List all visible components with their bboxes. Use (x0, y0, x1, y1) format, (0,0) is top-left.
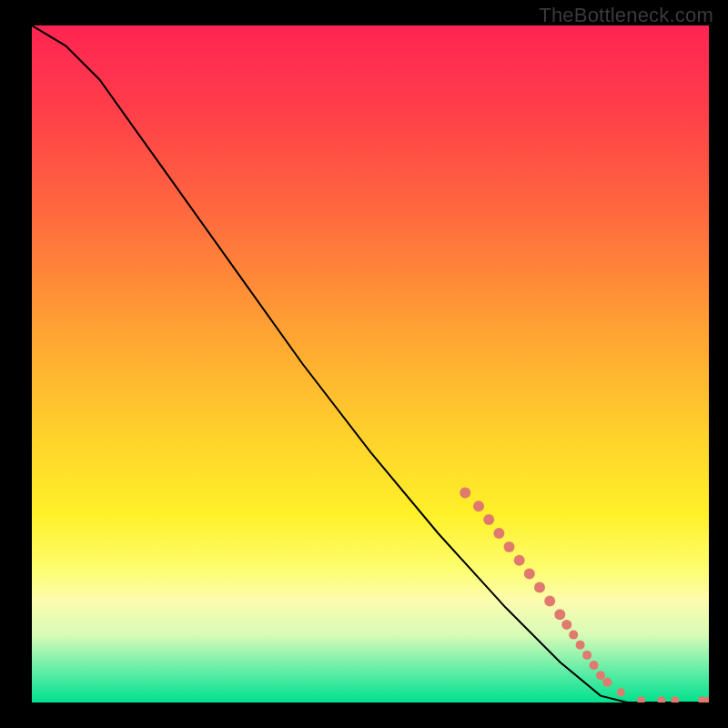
data-marker (657, 696, 665, 703)
data-marker (554, 609, 565, 620)
data-marker (582, 651, 592, 660)
data-marker (602, 678, 612, 687)
data-marker (617, 688, 625, 696)
data-marker (483, 514, 494, 525)
watermark-text: TheBottleneck.com (539, 4, 713, 27)
data-marker (493, 528, 504, 539)
data-marker (637, 696, 645, 703)
data-marker (544, 595, 555, 606)
data-marker (504, 541, 515, 552)
chart-stage: TheBottleneck.com (0, 0, 728, 728)
data-marker (460, 487, 470, 498)
data-marker (524, 569, 535, 580)
data-marker (576, 641, 585, 650)
data-marker (473, 500, 484, 511)
data-marker (596, 671, 605, 680)
data-marker (590, 661, 599, 670)
data-marker (534, 582, 545, 593)
bottleneck-curve (32, 25, 709, 703)
data-markers (460, 487, 709, 703)
data-marker (569, 631, 578, 640)
data-marker (671, 696, 679, 703)
data-marker (705, 696, 710, 703)
data-marker (514, 555, 525, 566)
chart-svg (32, 25, 709, 703)
data-marker (561, 620, 571, 630)
